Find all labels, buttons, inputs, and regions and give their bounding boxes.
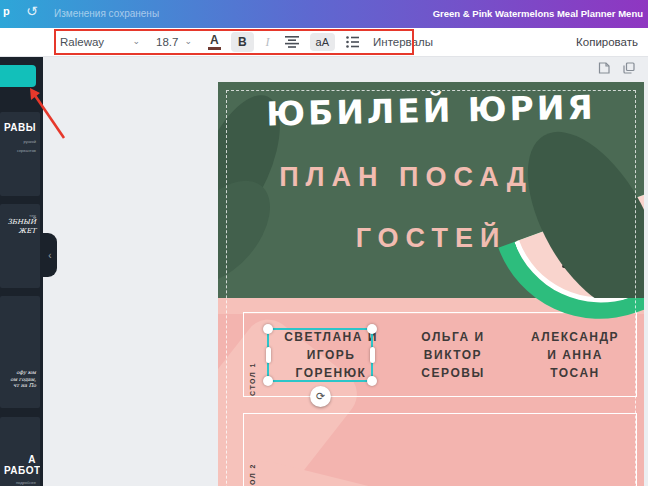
guest-name-line: ВИКТОР: [424, 346, 482, 364]
selection-handle-right[interactable]: [370, 347, 375, 363]
guest-cell[interactable]: ОЛЬГА И ВИКТОР СЕРОВЫ: [392, 313, 514, 396]
align-center-icon: [285, 36, 299, 48]
text-case-button[interactable]: aA: [310, 33, 335, 51]
font-size-value: 18.7: [156, 36, 178, 48]
save-status: Изменения сохранены: [54, 8, 159, 19]
thumbnail-text: ручкой: [4, 139, 36, 144]
page-actions: [598, 62, 635, 74]
text-color-button[interactable]: A: [208, 34, 221, 50]
template-thumbnail-2[interactable]: теж ЗБНЫЙ ЖЕТ: [0, 204, 40, 288]
selection-handle-bottom-right[interactable]: [367, 376, 377, 386]
table-row-label[interactable]: СТОЛ 2: [249, 414, 256, 486]
thumbnail-script-text: ЖЕТ: [4, 227, 36, 236]
teal-action-button[interactable]: [0, 65, 36, 87]
chevron-down-icon: ⌄: [184, 36, 192, 46]
duplicate-page-icon[interactable]: [623, 62, 635, 74]
selection-box[interactable]: [267, 328, 373, 382]
leaf-graphic: [516, 116, 644, 298]
bold-button[interactable]: B: [231, 32, 254, 52]
thumbnail-script-text: ЗБНЫЙ: [4, 218, 36, 227]
spacing-button[interactable]: Интервалы: [373, 36, 433, 48]
align-center-button[interactable]: [283, 34, 301, 50]
table-row-label[interactable]: СТОЛ 1: [249, 313, 256, 396]
template-thumbnail-4[interactable]: А РАБОТ подробнее «Чиб»: [0, 417, 40, 486]
table-row-2[interactable]: СТОЛ 2: [243, 413, 637, 486]
guest-name-line: СЕРОВЫ: [421, 364, 484, 382]
font-size-select[interactable]: 18.7 ⌄: [156, 36, 192, 48]
guest-name-line: ОЛЬГА И: [421, 328, 484, 346]
text-color-swatch: [208, 47, 221, 50]
selection-handle-bottom-left[interactable]: [263, 376, 273, 386]
selection-handle-left[interactable]: [266, 347, 271, 363]
list-button[interactable]: [344, 34, 361, 50]
text-toolbar: Raleway ⌄ 18.7 ⌄ A B I aA Интервалы Копи…: [0, 28, 648, 57]
text-color-letter: A: [210, 34, 219, 46]
undo-icon[interactable]: ↺: [26, 3, 38, 19]
template-thumbnail-3[interactable]: офу юм ом годам, чт на По: [0, 296, 40, 408]
thumbnail-text: сервантов: [4, 148, 36, 153]
rotate-handle[interactable]: ⟳: [310, 386, 331, 407]
template-thumbnail-1[interactable]: РАВЫ ручкой сервантов: [0, 112, 40, 196]
thumbnail-text: подробнее «Чиб»: [4, 480, 36, 486]
design-canvas-page[interactable]: ЮБИЛЕЙ ЮРИЯ ПЛАН ПОСАДКИ ГОСТЕЙ СТОЛ 1 С…: [218, 82, 644, 486]
leaf-clip-wrap: [516, 116, 644, 298]
selection-handle-top-right[interactable]: [367, 324, 377, 334]
thumbnail-title: РАВЫ: [4, 122, 36, 133]
app-header: p ↺ Изменения сохранены Green & Pink Wat…: [0, 0, 648, 28]
copy-button[interactable]: Копировать: [576, 36, 638, 48]
thumbnail-script-text: ом годам, чт на По: [4, 376, 36, 389]
logo-fragment: p: [3, 5, 10, 17]
guest-name-line: ТОСАН: [550, 364, 600, 382]
italic-button[interactable]: I: [262, 32, 274, 53]
document-title[interactable]: Green & Pink Watermelons Meal Planner Me…: [433, 8, 643, 19]
chevron-left-icon: ‹: [48, 250, 51, 261]
bullet-list-icon: [346, 36, 359, 48]
chevron-down-icon: ⌄: [132, 36, 140, 46]
add-page-icon[interactable]: [598, 62, 610, 74]
selection-handle-top-left[interactable]: [263, 324, 273, 334]
font-family-value: Raleway: [60, 36, 104, 48]
font-family-select[interactable]: Raleway ⌄: [60, 36, 140, 48]
sidebar-collapse-tab[interactable]: ‹: [43, 233, 57, 277]
rotate-icon: ⟳: [316, 390, 325, 403]
templates-sidebar: РАВЫ ручкой сервантов теж ЗБНЫЙ ЖЕТ офу …: [0, 28, 43, 486]
thumbnail-title: А РАБОТ: [4, 454, 36, 476]
